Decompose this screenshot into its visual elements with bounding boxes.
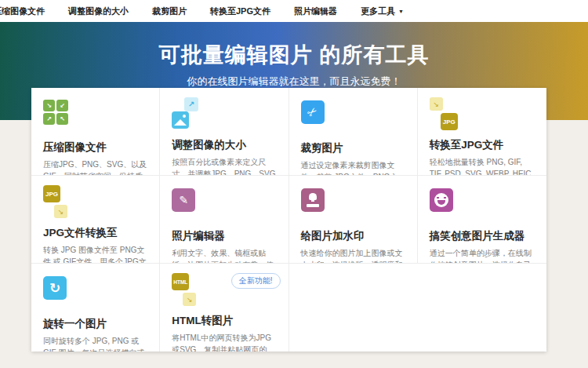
chevron-down-icon: ▼: [398, 9, 404, 14]
nav-item-label: 裁剪图片: [152, 6, 187, 16]
tool-icon-wrap: ✂: [301, 100, 405, 135]
tool-card-desc: 同时旋转多个 JPG, PNG 或 GIF 图片。每次只选择横向或纵向图片!: [43, 335, 147, 352]
tool-card-desc: 将HTML中的网页转换为JPG或SVG。复制并粘贴网页的URL链接，然后单击，将…: [172, 332, 276, 352]
nav-item-0[interactable]: 压缩图像文件: [0, 5, 45, 17]
watermark-icon: [301, 188, 325, 212]
tool-card-title: 裁剪图片: [301, 141, 405, 155]
nav-item-4[interactable]: 照片编辑器: [294, 5, 337, 17]
nav-item-5[interactable]: 更多工具▼: [361, 5, 404, 17]
tool-card-desc: 轻松地批量转换 PNG, GIF, TIF, PSD, SVG, WEBP, H…: [430, 156, 535, 176]
tool-card-title: 旋转一个图片: [43, 317, 147, 331]
tool-card-title: JPG文件转换至: [43, 226, 147, 240]
tool-card[interactable]: ✂裁剪图片通过设定像素来裁剪图像文件。裁剪 JPG文件、PNG文件 或 GIF …: [289, 88, 418, 176]
tool-card-title: 调整图像的大小: [172, 138, 276, 152]
tool-icon-wrap: ↘JPG: [430, 97, 535, 132]
tool-card-desc: 通过设定像素来裁剪图像文件。裁剪 JPG文件、PNG文件 或 GIF 图像文件。: [301, 159, 405, 176]
tool-card-desc: 压缩JPG、PNG、SVG、以及GIF，同时节省空间，保持质量。: [43, 158, 147, 176]
tool-card[interactable]: ↘↙↗↖压缩图像文件压缩JPG、PNG、SVG、以及GIF，同时节省空间，保持质…: [31, 88, 160, 176]
nav-item-label: 更多工具: [361, 6, 395, 16]
nav-item-label: 调整图像的大小: [68, 6, 129, 16]
tools-grid: ↘↙↗↖压缩图像文件压缩JPG、PNG、SVG、以及GIF，同时节省空间，保持质…: [31, 88, 546, 352]
tool-icon-wrap: JPG↘: [43, 185, 147, 220]
tool-card[interactable]: ↻旋转一个图片同时旋转多个 JPG, PNG 或 GIF 图片。每次只选择横向或…: [31, 264, 160, 352]
tool-icon-wrap: [430, 188, 535, 223]
tool-card-desc: 利用文字、效果、镜框或贴纸，让图片更加生动有趣。使用简便的编辑工具，满足你的创意…: [172, 247, 276, 264]
convert-from-jpg-icon: JPG↘: [43, 185, 76, 218]
meme-generator-icon: [430, 188, 453, 212]
tool-card[interactable]: 全新功能!HTML↘HTML转图片将HTML中的网页转换为JPG或SVG。复制并…: [160, 264, 289, 352]
tool-card-title: 压缩图像文件: [43, 140, 147, 155]
nav-item-2[interactable]: 裁剪图片: [152, 5, 187, 17]
tool-card[interactable]: 搞笑创意图片生成器通过一个简单的步骤，在线制作搞笑创意图片。选择你自己的模板，或…: [418, 176, 546, 264]
new-feature-badge: 全新功能!: [231, 273, 281, 289]
tool-card[interactable]: 给图片加水印快速给你的图片加上图像或文本水印。选择排版、透明度和位置。: [289, 176, 418, 264]
tool-icon-wrap: ↗: [172, 97, 276, 132]
tool-card[interactable]: JPG↘JPG文件转换至转换 JPG 图像文件至 PNG文件 或 GIF文件。用…: [31, 176, 160, 264]
nav-item-label: 转换至JPG文件: [210, 6, 270, 16]
tool-card-desc: 按照百分比或像素来定义尺寸，并调整JPG、PNG、SVG和GIF图片的尺寸。: [172, 156, 276, 176]
top-navigation: 压缩图像文件调整图像的大小裁剪图片转换至JPG文件照片编辑器更多工具▼: [0, 0, 588, 22]
convert-to-jpg-icon: ↘JPG: [430, 97, 463, 130]
photo-editor-icon: ✎: [172, 188, 195, 212]
nav-item-label: 压缩图像文件: [0, 6, 45, 16]
tool-card[interactable]: ↘JPG转换至JPG文件轻松地批量转换 PNG, GIF, TIF, PSD, …: [418, 88, 546, 176]
tool-card[interactable]: ✎照片编辑器利用文字、效果、镜框或贴纸，让图片更加生动有趣。使用简便的编辑工具，…: [160, 176, 289, 264]
tool-icon-wrap: ✎: [172, 188, 276, 223]
nav-item-1[interactable]: 调整图像的大小: [68, 5, 129, 17]
tool-card-desc: 通过一个简单的步骤，在线制作搞笑创意图片。选择你自己的模板，或者从最流行的模板中…: [430, 247, 535, 264]
tool-card-desc: 转换 JPG 图像文件至 PNG文件 或 GIF文件。用多个JPG文件创建一个 …: [43, 244, 147, 264]
html-to-image-icon: HTML↘: [172, 273, 205, 306]
nav-item-label: 照片编辑器: [294, 6, 337, 16]
hero-subtitle: 你的在线图片编辑器就在这里，而且永远免费！: [0, 75, 588, 89]
tool-card-desc: 快速给你的图片加上图像或文本水印。选择排版、透明度和位置。: [301, 247, 405, 264]
crop-icon: ✂: [301, 100, 325, 124]
compress-icon: ↘↙↗↖: [43, 100, 68, 125]
tool-card[interactable]: ↗调整图像的大小按照百分比或像素来定义尺寸，并调整JPG、PNG、SVG和GIF…: [160, 88, 289, 176]
empty-cell: [418, 264, 546, 352]
nav-item-3[interactable]: 转换至JPG文件: [210, 5, 270, 17]
tool-card-title: HTML转图片: [172, 314, 276, 328]
tool-card-title: 搞笑创意图片生成器: [430, 229, 535, 243]
tool-icon-wrap: [301, 188, 405, 223]
rotate-image-icon: ↻: [43, 276, 67, 300]
tool-card-title: 照片编辑器: [172, 229, 276, 243]
tool-card-title: 转换至JPG文件: [430, 138, 535, 152]
tools-panel: ↘↙↗↖压缩图像文件压缩JPG、PNG、SVG、以及GIF，同时节省空间，保持质…: [31, 88, 546, 352]
tool-icon-wrap: ↻: [43, 276, 147, 311]
hero-title: 可批量编辑图片 的所有工具: [0, 22, 588, 69]
tool-card-title: 给图片加水印: [301, 229, 405, 243]
empty-cell: [289, 264, 418, 352]
resize-icon: ↗: [172, 97, 205, 130]
tool-icon-wrap: ↘↙↗↖: [43, 100, 147, 134]
